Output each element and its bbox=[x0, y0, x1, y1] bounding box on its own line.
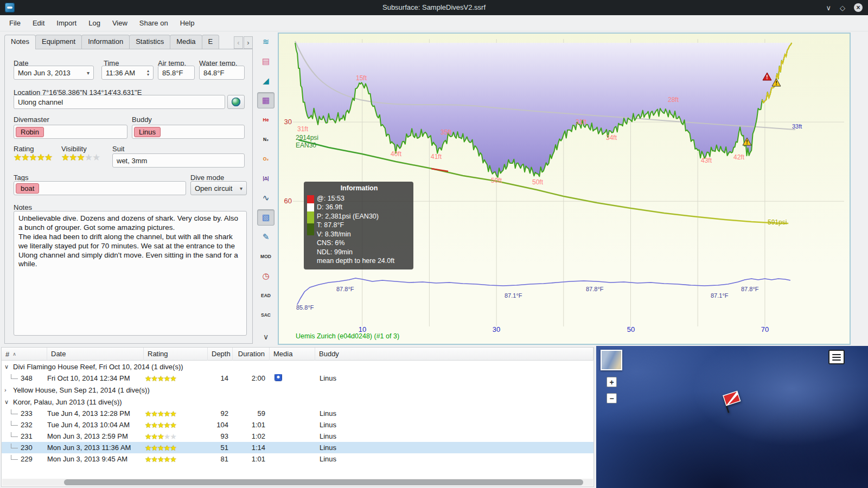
star-icon[interactable]: ★ bbox=[85, 152, 92, 163]
column-header-media[interactable]: Media bbox=[270, 348, 315, 361]
dive-depth: 104 bbox=[208, 421, 233, 429]
dive-duration: 1:01 bbox=[233, 421, 270, 429]
tab-equipment[interactable]: Equipment bbox=[35, 35, 82, 49]
star-icon: ★ bbox=[157, 432, 164, 441]
dive-row[interactable]: 233Tue Jun 4, 2013 12:28 PM★★★★★9259Linu… bbox=[2, 408, 593, 419]
tab-statistics[interactable]: Statistics bbox=[129, 35, 170, 49]
date-combobox[interactable]: Mon Jun 3, 2013 ▾ bbox=[14, 66, 94, 80]
map-overview-thumbnail[interactable] bbox=[601, 350, 622, 370]
pen-icon[interactable]: ✎ bbox=[257, 229, 275, 245]
scrollbar-thumb[interactable] bbox=[64, 479, 583, 485]
star-icon[interactable]: ★ bbox=[29, 152, 37, 163]
tab-media[interactable]: Media bbox=[170, 35, 202, 49]
buddy-chip[interactable]: Linus bbox=[134, 127, 161, 137]
minimize-button[interactable]: ∨ bbox=[826, 4, 831, 12]
trip-row[interactable]: ∨Koror, Palau, Jun 2013 (11 dive(s)) bbox=[2, 396, 593, 408]
spinner-arrows-icon[interactable]: ▴▾ bbox=[147, 69, 149, 76]
star-icon[interactable]: ★ bbox=[77, 152, 85, 163]
trip-row[interactable]: ∨Divi Flamingo House Reef, Fri Oct 10, 2… bbox=[2, 361, 593, 373]
menu-share-on[interactable]: Share on bbox=[133, 16, 174, 30]
close-button[interactable]: × bbox=[854, 3, 863, 12]
visibility-stars[interactable]: ★★★★★ bbox=[61, 152, 100, 163]
trip-row[interactable]: ›Yellow House, Sun Sep 21, 2014 (1 dive(… bbox=[2, 384, 593, 396]
dive-flag-marker[interactable] bbox=[720, 389, 745, 413]
maximize-button[interactable]: ◇ bbox=[840, 4, 845, 12]
scale-icon[interactable]: ◢ bbox=[257, 73, 275, 89]
tags-field[interactable]: boat bbox=[14, 181, 186, 195]
dive-row[interactable]: 229Mon Jun 3, 2013 9:45 AM★★★★★811:01Lin… bbox=[2, 453, 593, 465]
sac-icon[interactable]: SAC bbox=[257, 307, 275, 323]
zoom-out-button[interactable]: − bbox=[607, 393, 617, 403]
photos-icon[interactable]: ▧ bbox=[257, 209, 275, 226]
menu-edit[interactable]: Edit bbox=[27, 16, 50, 30]
swimmer-icon[interactable]: ≋ bbox=[257, 34, 275, 50]
star-icon[interactable]: ★ bbox=[61, 152, 69, 163]
menu-file[interactable]: File bbox=[3, 16, 27, 30]
column-header-date[interactable]: Date bbox=[47, 348, 144, 361]
deco-clock-icon[interactable]: ◷ bbox=[257, 268, 275, 284]
ruler-icon[interactable]: ▤ bbox=[257, 53, 275, 69]
dive-row[interactable]: 231Mon Jun 3, 2013 2:59 PM★★★★★931:02Lin… bbox=[2, 431, 593, 442]
menu-view[interactable]: View bbox=[106, 16, 133, 30]
map-canvas[interactable] bbox=[596, 346, 868, 488]
dive-row[interactable]: 348Fri Oct 10, 2014 12:34 PM★★★★★142:00L… bbox=[2, 373, 593, 384]
expander-icon[interactable]: › bbox=[4, 387, 11, 393]
menu-help[interactable]: Help bbox=[174, 16, 201, 30]
tab-information[interactable]: Information bbox=[81, 35, 130, 49]
star-icon[interactable]: ★ bbox=[14, 152, 21, 163]
suit-label: Suit bbox=[112, 145, 124, 153]
air-temp-field[interactable] bbox=[158, 66, 195, 80]
zoom-in-button[interactable]: + bbox=[607, 377, 617, 387]
buddy-field[interactable]: Linus bbox=[132, 125, 245, 139]
star-icon[interactable]: ★ bbox=[21, 152, 29, 163]
media-icon[interactable] bbox=[275, 374, 282, 381]
location-field[interactable] bbox=[14, 95, 225, 109]
toolbar-collapse-button[interactable]: ∨ bbox=[257, 331, 275, 343]
dive-row[interactable]: 230Mon Jun 3, 2013 11:36 AM★★★★★511:14Li… bbox=[2, 442, 593, 453]
suit-field[interactable] bbox=[112, 153, 245, 168]
star-icon[interactable]: ★ bbox=[69, 152, 76, 163]
n2-graph-icon[interactable]: N₂ bbox=[257, 131, 275, 147]
tab-scroll-left-button[interactable]: ‹ bbox=[234, 36, 243, 49]
rating-stars[interactable]: ★★★★★ bbox=[14, 152, 52, 163]
notes-textarea[interactable]: Unbelievable dive. Dozens and dozens of … bbox=[14, 211, 247, 336]
column-header-buddy[interactable]: Buddy bbox=[315, 348, 593, 361]
menu-import[interactable]: Import bbox=[50, 16, 82, 30]
tab-e[interactable]: E bbox=[202, 35, 220, 49]
star-icon[interactable]: ★ bbox=[44, 152, 52, 163]
tag-chip[interactable]: boat bbox=[16, 183, 39, 194]
divemaster-chip[interactable]: Robin bbox=[16, 127, 44, 137]
column-header-num[interactable]: #∧ bbox=[2, 348, 47, 361]
column-header-rating[interactable]: Rating bbox=[144, 348, 208, 361]
expander-icon[interactable]: ∨ bbox=[4, 363, 11, 370]
tree-branch bbox=[11, 374, 18, 379]
expander-icon[interactable]: ∨ bbox=[4, 399, 11, 406]
dive-profile-panel[interactable]: 30601030507015ft31ft2914psiEAN3040ft41ft… bbox=[278, 33, 851, 345]
water-temp-field[interactable] bbox=[199, 66, 245, 80]
mod-icon[interactable]: MOD bbox=[257, 248, 275, 265]
tab-scroll-right-button[interactable]: › bbox=[244, 36, 253, 49]
dive-row[interactable]: 232Tue Jun 4, 2013 10:04 AM★★★★★1041:01L… bbox=[2, 419, 593, 431]
dive-date: Tue Jun 4, 2013 12:28 PM bbox=[47, 409, 144, 418]
column-header-depth[interactable]: Depth bbox=[208, 348, 233, 361]
star-icon[interactable]: ★ bbox=[37, 152, 44, 163]
star-icon: ★ bbox=[145, 421, 151, 429]
heart-rate-icon[interactable]: ∿ bbox=[257, 190, 275, 206]
location-globe-button[interactable] bbox=[227, 95, 245, 109]
tab-notes[interactable]: Notes bbox=[4, 35, 36, 49]
time-spinbox[interactable]: 11:36 AM ▴▾ bbox=[101, 66, 154, 80]
ceiling-icon[interactable]: ▦ bbox=[257, 92, 275, 108]
dive-date: Mon Jun 3, 2013 2:59 PM bbox=[47, 432, 144, 440]
ead-icon[interactable]: EAD bbox=[257, 287, 275, 304]
horizontal-scrollbar[interactable] bbox=[2, 479, 593, 486]
o2-graph-icon[interactable]: O₂ bbox=[257, 151, 275, 167]
pp-graph-icon[interactable]: |Δ| bbox=[257, 170, 275, 187]
column-header-duration[interactable]: Duration bbox=[233, 348, 270, 361]
divemaster-field[interactable]: Robin bbox=[14, 125, 127, 139]
he-graph-icon[interactable]: He bbox=[257, 112, 275, 128]
star-icon: ★ bbox=[157, 374, 164, 383]
menu-log[interactable]: Log bbox=[82, 16, 106, 30]
dive-mode-combobox[interactable]: Open circuit ▾ bbox=[190, 181, 247, 195]
map-menu-button[interactable] bbox=[828, 350, 845, 364]
star-icon[interactable]: ★ bbox=[92, 152, 100, 163]
